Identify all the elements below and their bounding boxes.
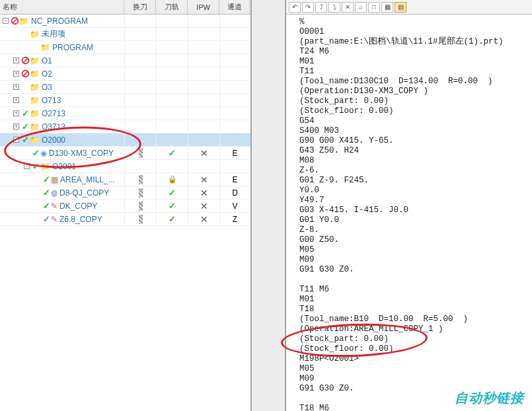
cell-c1 <box>124 147 156 159</box>
node-label: D8-QJ_COPY <box>59 188 109 198</box>
cell-c3 <box>188 107 219 120</box>
toolbar-btn-7[interactable]: ▦ <box>381 2 393 13</box>
cross-icon: ✕ <box>200 188 208 198</box>
col-header-toolchange[interactable]: 换刀 <box>124 0 156 14</box>
cell-c4 <box>219 120 250 133</box>
tree-toggle[interactable]: + <box>13 97 19 103</box>
toolbar-btn-2[interactable]: ⤴ <box>315 2 327 13</box>
tree-toggle[interactable]: + <box>13 124 19 130</box>
cell-c2 <box>156 67 188 80</box>
node-label: O2713 <box>42 109 65 118</box>
tree-toggle[interactable]: + <box>13 84 19 90</box>
tree-row[interactable]: -✓📁O2001 <box>0 160 250 173</box>
toolbar-btn-4[interactable]: ✕ <box>342 2 354 13</box>
svg-line-5 <box>23 71 28 76</box>
node-label: O2001 <box>52 162 76 171</box>
tree-row[interactable]: +✓📁O2713 <box>0 107 250 120</box>
status-icon: ✓ <box>20 135 30 145</box>
node-label: Z6.8_COPY <box>59 215 102 224</box>
node-icon: 📁 <box>40 162 52 171</box>
status-icon: ✓ <box>42 214 51 224</box>
node-label: D130-XM3_COPY <box>49 149 114 158</box>
cross-icon: ✕ <box>200 174 208 185</box>
tree-row[interactable]: 📁PROGRAM <box>0 41 250 54</box>
nc-code-text[interactable]: % O0001 (part_name:E:\图档\轨道\11.1#尾部左(1).… <box>286 15 532 411</box>
cell-c4: V <box>219 200 250 212</box>
node-label: O2000 <box>42 135 65 145</box>
node-icon: 📁 <box>30 56 42 65</box>
tree-row[interactable]: +📁O1 <box>0 54 250 67</box>
tree-row[interactable]: +📁O713 <box>0 94 250 107</box>
cell-c1 <box>124 54 156 67</box>
tree-row[interactable]: +📁O3 <box>0 81 250 94</box>
tree-row[interactable]: +✓📁O3713 <box>0 120 250 133</box>
status-icon <box>10 17 19 25</box>
cell-c1 <box>124 213 156 225</box>
node-label: O3713 <box>42 122 65 131</box>
cell-c4: Z <box>219 213 250 225</box>
cell-c2 <box>156 28 188 40</box>
node-label: NC_PROGRAM <box>31 17 88 26</box>
tree-row[interactable]: +📁O2 <box>0 67 250 81</box>
tree-row[interactable]: -📁NC_PROGRAM <box>0 15 250 28</box>
status-icon <box>20 69 30 78</box>
strip-icon <box>139 202 143 211</box>
tree-row[interactable]: ✓▦AREA_MILL_...🔒✕E <box>0 173 250 186</box>
cross-icon: ✕ <box>200 201 208 211</box>
status-icon: ✓ <box>31 161 40 171</box>
cell-c4: E <box>219 147 250 159</box>
toolbar-btn-0[interactable]: ↶ <box>289 2 301 13</box>
tree-row[interactable]: ✓◉D130-XM3_COPY✓✕E <box>0 147 250 160</box>
node-icon: 📁 <box>30 30 42 39</box>
panel-splitter[interactable] <box>251 0 285 411</box>
node-label: O1 <box>42 56 52 65</box>
tree-row[interactable]: ✓✎DK_COPY✓✕V <box>0 200 250 213</box>
cell-c4 <box>219 67 250 80</box>
toolbar-btn-5[interactable]: ⌕ <box>355 2 367 13</box>
tree-row[interactable]: 📁未用项 <box>0 28 250 41</box>
cell-c1 <box>124 107 156 120</box>
cell-c3: ✕ <box>188 213 219 225</box>
node-icon: ◉ <box>40 149 49 158</box>
col-header-channel[interactable]: 通道 <box>219 0 250 14</box>
toolbar-btn-1[interactable]: ↷ <box>302 2 314 13</box>
toolbar-btn-6[interactable]: □ <box>368 2 380 13</box>
tree-body[interactable]: -📁NC_PROGRAM📁未用项📁PROGRAM+📁O1+📁O2+📁O3+📁O7… <box>0 15 250 411</box>
tree-toggle[interactable]: + <box>13 57 19 63</box>
node-icon: 📁 <box>19 17 31 26</box>
node-label: PROGRAM <box>52 43 93 52</box>
col-header-ipw[interactable]: IPW <box>188 0 219 14</box>
cell-c4 <box>219 28 250 40</box>
cell-c4 <box>219 94 250 106</box>
toolbar-btn-8[interactable]: ▤ <box>395 2 406 13</box>
cell-c3: ✕ <box>188 200 219 212</box>
tree-toggle[interactable]: - <box>3 18 9 24</box>
col-header-toolpath[interactable]: 刀轨 <box>156 0 188 14</box>
cell-c3 <box>188 160 219 172</box>
cell-c1 <box>124 173 156 186</box>
check-icon: ✓ <box>169 148 176 158</box>
tree-row[interactable]: -✓📁O2000 <box>0 133 250 147</box>
cell-c4 <box>219 81 250 93</box>
cell-c2: ✓ <box>156 200 188 212</box>
tree-row[interactable]: ✓✎Z6.8_COPY✓✕Z <box>0 213 250 226</box>
node-label: O3 <box>42 83 52 92</box>
cell-c4: E <box>219 173 250 186</box>
tree-toggle[interactable]: + <box>13 71 19 77</box>
cell-c3 <box>188 81 219 93</box>
cell-c2 <box>156 120 188 133</box>
cell-c3: ✕ <box>188 186 219 199</box>
col-header-name[interactable]: 名称 <box>0 0 124 14</box>
tree-toggle[interactable]: - <box>24 163 30 169</box>
status-icon <box>20 56 30 65</box>
cell-c1 <box>124 81 156 93</box>
status-icon: ✓ <box>20 108 30 118</box>
cell-c1 <box>124 133 156 146</box>
svg-line-1 <box>13 19 17 23</box>
tree-toggle[interactable]: - <box>13 137 19 143</box>
tree-toggle[interactable]: + <box>13 110 19 116</box>
toolbar-btn-3[interactable]: ⤵ <box>328 2 340 13</box>
tree-row[interactable]: ✓◍D8-QJ_COPY✓✕D <box>0 186 250 200</box>
node-icon: 📁 <box>30 83 42 92</box>
status-icon: ✓ <box>42 201 51 211</box>
